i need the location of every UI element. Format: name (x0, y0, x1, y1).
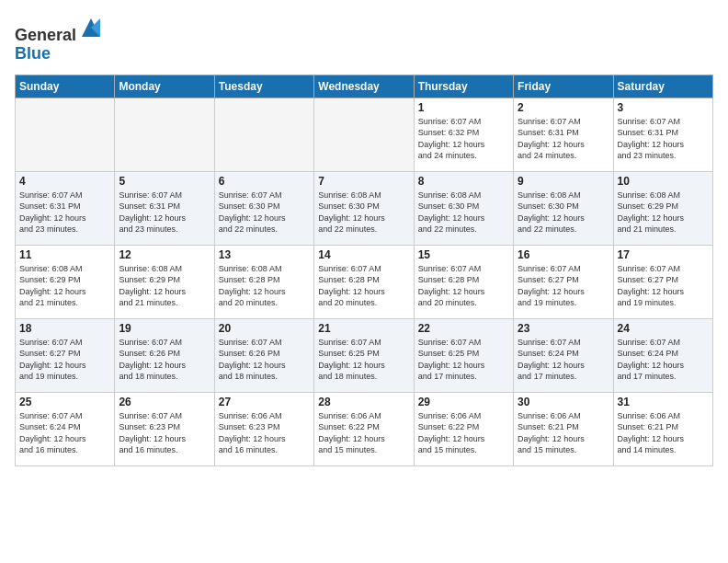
col-header-tuesday: Tuesday (214, 75, 313, 98)
day-number: 15 (418, 248, 509, 261)
calendar-cell: 15Sunrise: 6:07 AM Sunset: 6:28 PM Dayli… (414, 245, 513, 318)
calendar-cell: 4Sunrise: 6:07 AM Sunset: 6:31 PM Daylig… (16, 171, 115, 245)
day-detail: Sunrise: 6:07 AM Sunset: 6:32 PM Dayligh… (418, 116, 509, 162)
day-number: 28 (318, 396, 409, 408)
day-detail: Sunrise: 6:07 AM Sunset: 6:24 PM Dayligh… (518, 337, 609, 383)
calendar-cell: 8Sunrise: 6:08 AM Sunset: 6:30 PM Daylig… (414, 171, 513, 245)
day-number: 3 (618, 101, 709, 114)
calendar-cell: 30Sunrise: 6:06 AM Sunset: 6:21 PM Dayli… (514, 392, 613, 465)
day-detail: Sunrise: 6:08 AM Sunset: 6:29 PM Dayligh… (19, 263, 110, 309)
day-detail: Sunrise: 6:08 AM Sunset: 6:29 PM Dayligh… (618, 190, 709, 236)
day-number: 9 (518, 175, 609, 188)
day-detail: Sunrise: 6:08 AM Sunset: 6:29 PM Dayligh… (119, 263, 210, 309)
page-header: General Blue (15, 15, 713, 63)
calendar-cell: 31Sunrise: 6:06 AM Sunset: 6:21 PM Dayli… (613, 392, 712, 465)
day-number: 13 (219, 248, 310, 261)
day-number: 16 (518, 248, 609, 261)
day-number: 24 (618, 322, 709, 335)
day-detail: Sunrise: 6:07 AM Sunset: 6:31 PM Dayligh… (518, 116, 609, 162)
col-header-saturday: Saturday (613, 75, 712, 98)
calendar-cell: 16Sunrise: 6:07 AM Sunset: 6:27 PM Dayli… (514, 245, 613, 318)
logo-general: General (15, 26, 76, 44)
day-number: 18 (19, 322, 110, 335)
day-number: 8 (418, 175, 509, 188)
calendar-cell: 18Sunrise: 6:07 AM Sunset: 6:27 PM Dayli… (16, 318, 115, 392)
calendar-week-3: 11Sunrise: 6:08 AM Sunset: 6:29 PM Dayli… (16, 245, 713, 318)
day-number: 20 (219, 322, 310, 335)
day-number: 12 (119, 248, 210, 261)
col-header-wednesday: Wednesday (314, 75, 414, 98)
day-number: 30 (518, 396, 609, 408)
day-number: 27 (219, 396, 310, 408)
day-detail: Sunrise: 6:07 AM Sunset: 6:24 PM Dayligh… (618, 337, 709, 383)
calendar-cell: 3Sunrise: 6:07 AM Sunset: 6:31 PM Daylig… (613, 98, 712, 171)
calendar-week-4: 18Sunrise: 6:07 AM Sunset: 6:27 PM Dayli… (16, 318, 713, 392)
col-header-monday: Monday (115, 75, 214, 98)
day-detail: Sunrise: 6:07 AM Sunset: 6:27 PM Dayligh… (19, 337, 110, 383)
calendar-cell (115, 98, 214, 171)
day-detail: Sunrise: 6:06 AM Sunset: 6:21 PM Dayligh… (518, 410, 609, 456)
day-number: 7 (318, 175, 409, 188)
logo-icon (78, 15, 104, 40)
day-number: 31 (618, 396, 709, 408)
day-detail: Sunrise: 6:06 AM Sunset: 6:22 PM Dayligh… (418, 410, 509, 456)
calendar-cell (214, 98, 313, 171)
day-detail: Sunrise: 6:07 AM Sunset: 6:31 PM Dayligh… (618, 116, 709, 162)
day-detail: Sunrise: 6:06 AM Sunset: 6:22 PM Dayligh… (318, 410, 409, 456)
calendar-cell: 10Sunrise: 6:08 AM Sunset: 6:29 PM Dayli… (613, 171, 712, 245)
calendar-cell: 24Sunrise: 6:07 AM Sunset: 6:24 PM Dayli… (613, 318, 712, 392)
calendar-cell: 17Sunrise: 6:07 AM Sunset: 6:27 PM Dayli… (613, 245, 712, 318)
day-detail: Sunrise: 6:07 AM Sunset: 6:26 PM Dayligh… (119, 337, 210, 383)
day-detail: Sunrise: 6:08 AM Sunset: 6:30 PM Dayligh… (518, 190, 609, 236)
day-detail: Sunrise: 6:08 AM Sunset: 6:30 PM Dayligh… (318, 190, 409, 236)
day-number: 5 (119, 175, 210, 188)
day-detail: Sunrise: 6:07 AM Sunset: 6:24 PM Dayligh… (19, 410, 110, 456)
day-number: 23 (518, 322, 609, 335)
day-detail: Sunrise: 6:06 AM Sunset: 6:21 PM Dayligh… (618, 410, 709, 456)
calendar-cell: 5Sunrise: 6:07 AM Sunset: 6:31 PM Daylig… (115, 171, 214, 245)
col-header-friday: Friday (514, 75, 613, 98)
day-detail: Sunrise: 6:08 AM Sunset: 6:30 PM Dayligh… (418, 190, 509, 236)
calendar-cell: 26Sunrise: 6:07 AM Sunset: 6:23 PM Dayli… (115, 392, 214, 465)
day-detail: Sunrise: 6:07 AM Sunset: 6:27 PM Dayligh… (618, 263, 709, 309)
logo: General Blue (15, 15, 104, 63)
calendar-cell: 23Sunrise: 6:07 AM Sunset: 6:24 PM Dayli… (514, 318, 613, 392)
calendar-cell: 11Sunrise: 6:08 AM Sunset: 6:29 PM Dayli… (16, 245, 115, 318)
day-detail: Sunrise: 6:07 AM Sunset: 6:31 PM Dayligh… (19, 190, 110, 236)
day-detail: Sunrise: 6:07 AM Sunset: 6:31 PM Dayligh… (119, 190, 210, 236)
day-number: 4 (19, 175, 110, 188)
day-number: 10 (618, 175, 709, 188)
day-detail: Sunrise: 6:07 AM Sunset: 6:26 PM Dayligh… (219, 337, 310, 383)
day-number: 17 (618, 248, 709, 261)
day-number: 1 (418, 101, 509, 114)
day-number: 14 (318, 248, 409, 261)
day-detail: Sunrise: 6:06 AM Sunset: 6:23 PM Dayligh… (219, 410, 310, 456)
calendar-cell: 29Sunrise: 6:06 AM Sunset: 6:22 PM Dayli… (414, 392, 513, 465)
calendar-cell (16, 98, 115, 171)
day-number: 21 (318, 322, 409, 335)
calendar-cell: 6Sunrise: 6:07 AM Sunset: 6:30 PM Daylig… (214, 171, 313, 245)
calendar-week-1: 1Sunrise: 6:07 AM Sunset: 6:32 PM Daylig… (16, 98, 713, 171)
calendar-cell: 27Sunrise: 6:06 AM Sunset: 6:23 PM Dayli… (214, 392, 313, 465)
day-number: 19 (119, 322, 210, 335)
calendar-cell: 25Sunrise: 6:07 AM Sunset: 6:24 PM Dayli… (16, 392, 115, 465)
day-detail: Sunrise: 6:07 AM Sunset: 6:30 PM Dayligh… (219, 190, 310, 236)
calendar-cell: 9Sunrise: 6:08 AM Sunset: 6:30 PM Daylig… (514, 171, 613, 245)
calendar-cell: 19Sunrise: 6:07 AM Sunset: 6:26 PM Dayli… (115, 318, 214, 392)
calendar-cell: 21Sunrise: 6:07 AM Sunset: 6:25 PM Dayli… (314, 318, 414, 392)
calendar-week-2: 4Sunrise: 6:07 AM Sunset: 6:31 PM Daylig… (16, 171, 713, 245)
day-number: 11 (19, 248, 110, 261)
day-detail: Sunrise: 6:07 AM Sunset: 6:27 PM Dayligh… (518, 263, 609, 309)
col-header-thursday: Thursday (414, 75, 513, 98)
day-detail: Sunrise: 6:07 AM Sunset: 6:25 PM Dayligh… (318, 337, 409, 383)
calendar-cell: 7Sunrise: 6:08 AM Sunset: 6:30 PM Daylig… (314, 171, 414, 245)
calendar-cell: 1Sunrise: 6:07 AM Sunset: 6:32 PM Daylig… (414, 98, 513, 171)
day-detail: Sunrise: 6:07 AM Sunset: 6:25 PM Dayligh… (418, 337, 509, 383)
calendar-cell: 14Sunrise: 6:07 AM Sunset: 6:28 PM Dayli… (314, 245, 414, 318)
calendar-cell: 28Sunrise: 6:06 AM Sunset: 6:22 PM Dayli… (314, 392, 414, 465)
day-detail: Sunrise: 6:08 AM Sunset: 6:28 PM Dayligh… (219, 263, 310, 309)
day-number: 6 (219, 175, 310, 188)
col-header-sunday: Sunday (16, 75, 115, 98)
day-number: 2 (518, 101, 609, 114)
day-detail: Sunrise: 6:07 AM Sunset: 6:28 PM Dayligh… (418, 263, 509, 309)
